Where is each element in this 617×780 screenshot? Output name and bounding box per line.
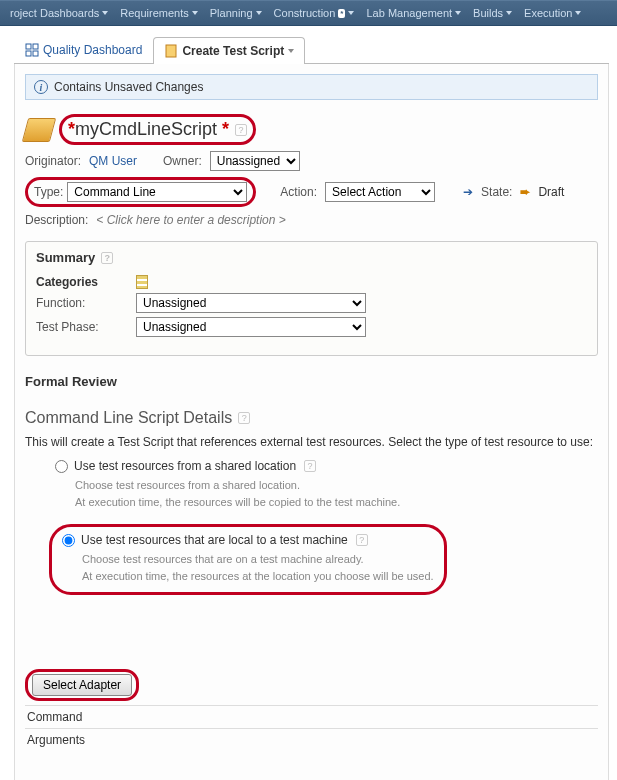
svg-rect-4 — [166, 45, 176, 57]
local-option-text: Use test resources that are local to a t… — [81, 533, 348, 547]
chevron-down-icon — [102, 11, 108, 15]
details-heading: Command Line Script Details ? — [25, 409, 598, 427]
script-title-row: *myCmdLineScript * ? — [25, 114, 598, 145]
modified-badge: * — [338, 9, 345, 18]
nav-label: Builds — [473, 7, 503, 19]
desc-line: At execution time, the resources will be… — [75, 494, 598, 511]
nav-execution[interactable]: Execution — [518, 7, 587, 19]
tab-label: Create Test Script — [182, 44, 284, 58]
function-select[interactable]: Unassigned — [136, 293, 366, 313]
nav-builds[interactable]: Builds — [467, 7, 518, 19]
script-title[interactable]: *myCmdLineScript * — [68, 119, 229, 140]
formal-review-heading: Formal Review — [25, 374, 598, 389]
nav-lab-management[interactable]: Lab Management — [360, 7, 467, 19]
desc-line: Choose test resources that are on a test… — [82, 551, 434, 568]
required-star: * — [68, 119, 75, 139]
description-placeholder[interactable]: < Click here to enter a description > — [96, 213, 285, 227]
command-input[interactable] — [195, 709, 598, 725]
state-arrow-icon: ➔ — [463, 185, 473, 199]
owner-select[interactable]: Unassigned — [210, 151, 300, 171]
categories-label: Categories — [36, 275, 136, 289]
nav-construction[interactable]: Construction * — [268, 7, 361, 19]
nav-label: Execution — [524, 7, 572, 19]
summary-section: Summary ? Categories Function: Unassigne… — [25, 241, 598, 356]
shared-option-label[interactable]: Use test resources from a shared locatio… — [55, 459, 598, 473]
scroll-icon — [22, 118, 56, 142]
local-radio[interactable] — [62, 534, 75, 547]
script-name-text: myCmdLineScript — [75, 119, 217, 139]
help-icon[interactable]: ? — [304, 460, 316, 472]
tab-label: Quality Dashboard — [43, 43, 142, 57]
chevron-down-icon — [348, 11, 354, 15]
details-heading-text: Command Line Script Details — [25, 409, 232, 427]
info-icon: i — [34, 80, 48, 94]
help-icon[interactable]: ? — [238, 412, 250, 424]
action-select[interactable]: Select Action — [325, 182, 435, 202]
type-select[interactable]: Command Line — [67, 182, 247, 202]
help-icon[interactable]: ? — [235, 124, 247, 136]
type-label: Type: — [34, 185, 63, 199]
nav-label: Lab Management — [366, 7, 452, 19]
annotation-circle: Type: Command Line — [25, 177, 256, 207]
test-phase-select[interactable]: Unassigned — [136, 317, 366, 337]
test-phase-label: Test Phase: — [36, 320, 136, 334]
desc-line: At execution time, the resources at the … — [82, 568, 434, 585]
nav-planning[interactable]: Planning — [204, 7, 268, 19]
originator-owner-row: Originator: QM User Owner: Unassigned — [25, 151, 598, 171]
select-adapter-row: Select Adapter — [25, 669, 598, 701]
resource-option-local: Use test resources that are local to a t… — [49, 524, 447, 595]
chevron-down-icon — [288, 49, 294, 53]
nav-dashboards[interactable]: roject Dashboards — [4, 7, 114, 19]
state-value: Draft — [538, 185, 564, 199]
command-label: Command — [25, 710, 195, 724]
arguments-field-row: Arguments — [25, 728, 598, 751]
script-icon — [164, 44, 178, 58]
annotation-circle: Select Adapter — [25, 669, 139, 701]
nav-label: Requirements — [120, 7, 188, 19]
command-field-row: Command — [25, 705, 598, 728]
top-nav: roject Dashboards Requirements Planning … — [0, 0, 617, 26]
function-row: Function: Unassigned — [36, 293, 587, 313]
resource-option-shared: Use test resources from a shared locatio… — [55, 459, 598, 510]
type-action-row: Type: Command Line Action: Select Action… — [25, 177, 598, 207]
help-icon[interactable]: ? — [356, 534, 368, 546]
state-draft-arrow-icon: ➨ — [520, 185, 530, 199]
unsaved-changes-bar: i Contains Unsaved Changes — [25, 74, 598, 100]
originator-label: Originator: — [25, 154, 81, 168]
tab-bar: Quality Dashboard Create Test Script — [14, 36, 609, 64]
action-label: Action: — [280, 185, 317, 199]
svg-rect-1 — [33, 44, 38, 49]
svg-rect-0 — [26, 44, 31, 49]
chevron-down-icon — [256, 11, 262, 15]
description-label: Description: — [25, 213, 88, 227]
tab-content: i Contains Unsaved Changes *myCmdLineScr… — [14, 64, 609, 780]
svg-rect-3 — [33, 51, 38, 56]
summary-title-text: Summary — [36, 250, 95, 265]
chevron-down-icon — [575, 11, 581, 15]
arguments-label: Arguments — [25, 733, 195, 747]
shared-radio[interactable] — [55, 460, 68, 473]
owner-label: Owner: — [163, 154, 202, 168]
nav-label: roject Dashboards — [10, 7, 99, 19]
arguments-input[interactable] — [195, 732, 598, 748]
select-adapter-button[interactable]: Select Adapter — [32, 674, 132, 696]
local-option-desc: Choose test resources that are on a test… — [82, 551, 434, 584]
help-icon[interactable]: ? — [101, 252, 113, 264]
desc-line: Choose test resources from a shared loca… — [75, 477, 598, 494]
nav-label: Planning — [210, 7, 253, 19]
chevron-down-icon — [192, 11, 198, 15]
modified-star: * — [222, 119, 229, 139]
tab-quality-dashboard[interactable]: Quality Dashboard — [14, 36, 153, 63]
shared-option-text: Use test resources from a shared locatio… — [74, 459, 296, 473]
test-phase-row: Test Phase: Unassigned — [36, 317, 587, 337]
tab-create-test-script[interactable]: Create Test Script — [153, 37, 305, 64]
categories-row: Categories — [36, 275, 587, 289]
summary-title: Summary ? — [36, 250, 587, 265]
description-row: Description: < Click here to enter a des… — [25, 213, 598, 227]
svg-rect-2 — [26, 51, 31, 56]
originator-value[interactable]: QM User — [89, 154, 137, 168]
function-label: Function: — [36, 296, 136, 310]
nav-requirements[interactable]: Requirements — [114, 7, 203, 19]
local-option-label[interactable]: Use test resources that are local to a t… — [62, 533, 434, 547]
nav-label: Construction — [274, 7, 336, 19]
